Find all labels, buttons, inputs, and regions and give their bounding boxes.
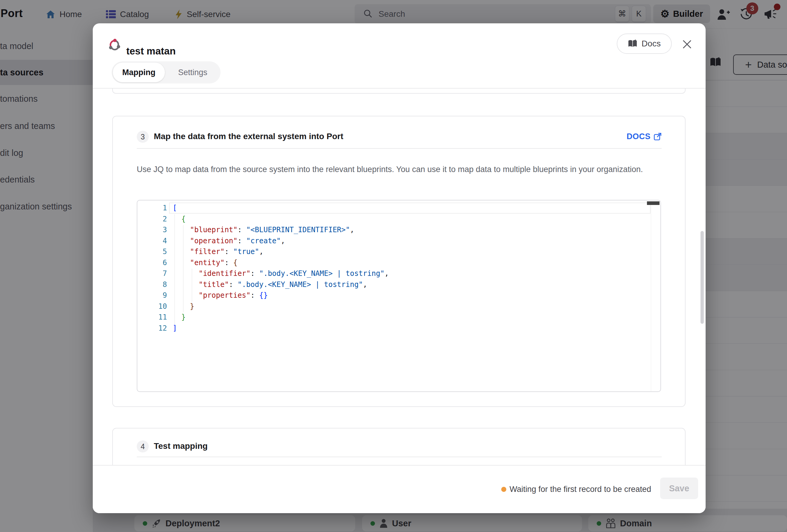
docs-link[interactable]: DOCS [626, 132, 662, 141]
editor-scrollbar-track [651, 201, 651, 391]
section-header-divider [137, 148, 662, 149]
line-number: 10 [137, 301, 167, 312]
docs-button-label: Docs [642, 39, 661, 48]
docs-link-label: DOCS [626, 132, 651, 141]
code-text: "properties": {} [173, 290, 268, 301]
code-text: } [173, 301, 194, 312]
step-number-badge: 4 [137, 441, 149, 452]
mapping-description: Use JQ to map data from the source syste… [137, 162, 648, 176]
step-number-badge: 3 [137, 131, 149, 143]
code-line: 4 "operation": "create", [137, 235, 660, 247]
code-line: 5 "filter": "true", [137, 246, 660, 257]
line-number: 3 [137, 225, 167, 235]
jq-mapping-editor[interactable]: 1[2 {3 "blueprint": "<BLUEPRINT_IDENTIFI… [137, 200, 661, 392]
code-line: 10 } [137, 301, 660, 312]
line-number: 12 [137, 323, 167, 334]
modal-title: test matan [126, 45, 176, 57]
code-line: 2 { [137, 214, 660, 225]
code-line: 9 "properties": {} [137, 290, 660, 301]
mapping-section-title: Map the data from the external system in… [154, 132, 343, 141]
line-number: 2 [137, 214, 167, 225]
code-line: 8 "title": ".body.<KEY_NAME> | tostring"… [137, 279, 660, 290]
status-text: Waiting for the first record to be creat… [510, 485, 651, 494]
code-line: 6 "entity": { [137, 257, 660, 269]
code-text: { [173, 214, 186, 225]
code-text: "blueprint": "<BLUEPRINT_IDENTIFIER>", [173, 225, 354, 235]
line-number: 7 [137, 268, 167, 279]
editor-overview-mark [647, 201, 660, 205]
line-number: 9 [137, 290, 167, 301]
tab-settings[interactable]: Settings [165, 63, 220, 82]
code-line: 11 } [137, 312, 660, 323]
code-text: "title": ".body.<KEY_NAME> | tostring", [173, 279, 367, 290]
data-source-modal: test matan Docs MappingSettings 3 Map th… [93, 23, 706, 513]
line-number: 6 [137, 257, 167, 269]
close-icon[interactable] [681, 38, 693, 50]
code-line: 3 "blueprint": "<BLUEPRINT_IDENTIFIER>", [137, 225, 660, 235]
modal-tabs: MappingSettings [112, 61, 220, 84]
webhook-icon [108, 38, 122, 53]
previous-section-card-edge [112, 88, 685, 94]
line-number: 11 [137, 312, 167, 323]
line-number: 8 [137, 279, 167, 290]
code-text: ] [173, 323, 177, 334]
external-link-icon [654, 132, 662, 141]
code-line: 7 "identifier": ".body.<KEY_NAME> | tost… [137, 268, 660, 279]
section-header-divider [137, 456, 662, 457]
docs-button[interactable]: Docs [617, 34, 672, 54]
code-text: [ [173, 203, 177, 214]
code-text: "filter": "true", [173, 246, 263, 257]
page: Port HomeCatalogSelf-service Search ⌘K ⚙… [0, 0, 787, 532]
book-icon [628, 40, 637, 48]
status-dot [501, 487, 506, 492]
modal-scrollbar-thumb[interactable] [701, 231, 704, 324]
test-section-title: Test mapping [154, 441, 208, 451]
code-text: } [173, 312, 186, 323]
code-text: "operation": "create", [173, 235, 285, 247]
line-number: 5 [137, 246, 167, 257]
code-line: 12] [137, 323, 660, 334]
tab-mapping[interactable]: Mapping [113, 63, 165, 82]
save-button[interactable]: Save [660, 477, 698, 499]
line-number: 4 [137, 235, 167, 247]
code-text: "identifier": ".body.<KEY_NAME> | tostri… [173, 268, 389, 279]
line-number: 1 [137, 203, 167, 214]
code-text: "entity": { [173, 257, 238, 269]
code-line: 1[ [137, 203, 660, 214]
modal-footer: Waiting for the first record to be creat… [93, 465, 706, 513]
